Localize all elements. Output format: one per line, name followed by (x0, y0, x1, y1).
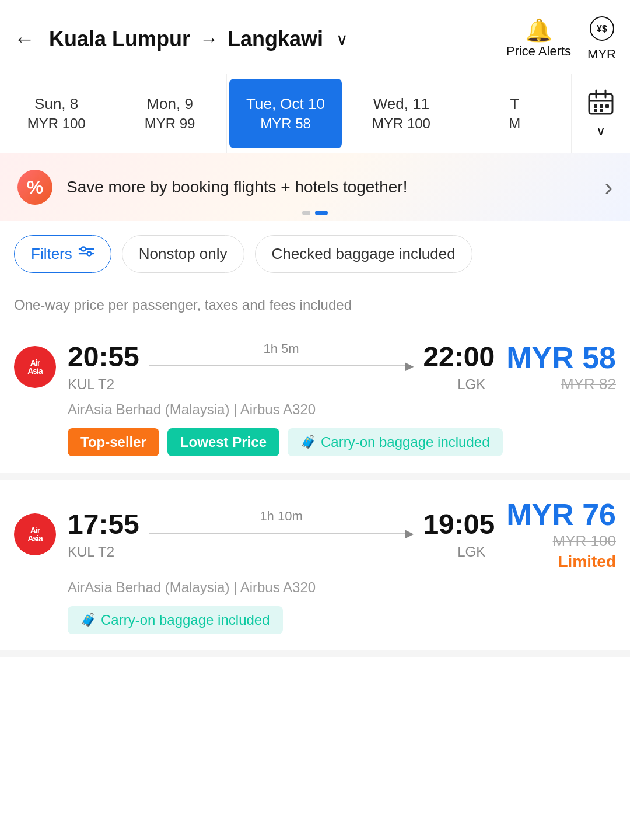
date-selector: Sun, 8 MYR 100 Mon, 9 MYR 99 Tue, Oct 10… (0, 74, 630, 153)
flight-times-row-1: 20:55 1h 5m ▶ 22:00 (68, 341, 495, 373)
date-price-sun8: MYR 100 (27, 116, 86, 132)
duration-block-2: 1h 10m ▶ (149, 509, 414, 540)
date-item-wed11[interactable]: Wed, 11 MYR 100 (345, 74, 458, 153)
filters-button[interactable]: Filters (14, 235, 111, 273)
date-item-sun8[interactable]: Sun, 8 MYR 100 (0, 74, 113, 153)
origin-label: Kuala Lumpur (49, 27, 190, 51)
header: ← Kuala Lumpur → Langkawi ∨ 🔔 Price Aler… (0, 0, 630, 74)
arrive-time-2: 19:05 (423, 508, 495, 540)
currency-label: MYR (587, 47, 616, 62)
duration-line-1: ▶ (149, 359, 414, 373)
date-price-thu: M (509, 116, 520, 132)
back-button[interactable]: ← (14, 29, 35, 50)
flight-info-1: AirAsia Berhad (Malaysia) | Airbus A320 (14, 401, 616, 418)
baggage-icon-2: 🧳 (80, 612, 96, 628)
promo-dot-1 (302, 211, 310, 215)
baggage-tag-1: 🧳 Carry-on baggage included (288, 428, 503, 456)
baggage-icon-1: 🧳 (300, 435, 316, 450)
dest-airport-2: LGK (457, 544, 495, 560)
date-item-thu[interactable]: T M (459, 74, 572, 153)
svg-rect-7 (600, 104, 603, 108)
price-original-2: MYR 100 (506, 532, 616, 550)
duration-line-bar-2 (149, 533, 408, 534)
duration-text-1: 1h 5m (264, 341, 299, 356)
bell-icon: 🔔 (525, 19, 552, 41)
promo-text: Save more by booking flights + hotels to… (66, 178, 605, 197)
date-price-wed11: MYR 100 (372, 116, 430, 132)
route-title: Kuala Lumpur → Langkawi ∨ (49, 27, 506, 51)
lowest-price-tag-1: Lowest Price (167, 428, 279, 456)
origin-airport-1: KUL T2 (68, 376, 114, 393)
header-actions: 🔔 Price Alerts ¥$ MYR (506, 16, 616, 62)
currency-button[interactable]: ¥$ MYR (587, 16, 616, 62)
flight-info-2: AirAsia Berhad (Malaysia) | Airbus A320 (14, 579, 616, 596)
currency-icon: ¥$ (590, 16, 614, 44)
flight-main-row-1: AirAsia 20:55 1h 5m ▶ 22:00 KUL T2 LGK (14, 340, 616, 393)
baggage-label-2: Carry-on baggage included (101, 612, 270, 628)
date-price-mon9: MYR 99 (145, 116, 195, 132)
calendar-icon (587, 88, 615, 121)
depart-time-1: 20:55 (68, 341, 139, 373)
flight-airports-1: KUL T2 LGK (68, 376, 495, 393)
svg-rect-10 (600, 109, 603, 112)
flight-tags-1: Top-seller Lowest Price 🧳 Carry-on bagga… (14, 428, 616, 456)
arrive-time-1: 22:00 (423, 341, 495, 373)
airline-logo-text-1: AirAsia (27, 359, 43, 375)
svg-point-14 (87, 251, 91, 256)
duration-line-2: ▶ (149, 526, 414, 540)
price-note-text: One-way price per passenger, taxes and f… (14, 297, 352, 313)
price-original-1: MYR 82 (506, 375, 616, 393)
calendar-button[interactable]: ∨ (572, 74, 630, 153)
svg-rect-6 (594, 104, 597, 108)
nonstop-filter-label: Nonstop only (139, 245, 228, 263)
promo-banner[interactable]: % Save more by booking flights + hotels … (0, 153, 630, 221)
flight-price-2: MYR 76 MYR 100 Limited (506, 497, 616, 571)
date-price-tue10: MYR 58 (260, 116, 311, 132)
topseller-tag-1: Top-seller (68, 428, 159, 456)
airline-logo-2: AirAsia (14, 513, 56, 555)
flight-card-1[interactable]: AirAsia 20:55 1h 5m ▶ 22:00 KUL T2 LGK (0, 323, 630, 480)
svg-text:¥$: ¥$ (597, 24, 607, 34)
svg-rect-9 (594, 109, 597, 112)
depart-time-2: 17:55 (68, 508, 139, 540)
duration-arrow-icon-1: ▶ (405, 359, 414, 373)
price-alerts-button[interactable]: 🔔 Price Alerts (506, 19, 571, 59)
baggage-label-1: Carry-on baggage included (321, 434, 490, 450)
destination-label: Langkawi (228, 27, 323, 51)
destination-chevron-icon[interactable]: ∨ (336, 30, 348, 49)
flight-times-row-2: 17:55 1h 10m ▶ 19:05 (68, 508, 495, 540)
duration-block-1: 1h 5m ▶ (149, 341, 414, 373)
promo-discount-icon: % (18, 170, 52, 205)
filters-row: Filters Nonstop only Checked baggage inc… (0, 221, 630, 285)
price-note: One-way price per passenger, taxes and f… (0, 285, 630, 323)
duration-line-bar-1 (149, 365, 408, 366)
flight-times-1: 20:55 1h 5m ▶ 22:00 KUL T2 LGK (68, 341, 495, 393)
filter-sliders-icon (78, 246, 94, 263)
price-current-2: MYR 76 (506, 497, 616, 532)
date-item-mon9[interactable]: Mon, 9 MYR 99 (113, 74, 226, 153)
promo-dots (302, 211, 328, 215)
origin-airport-2: KUL T2 (68, 544, 114, 560)
flight-card-2[interactable]: AirAsia 17:55 1h 10m ▶ 19:05 KUL T2 LGK (0, 480, 630, 657)
flight-airports-2: KUL T2 LGK (68, 544, 495, 560)
price-current-1: MYR 58 (506, 340, 616, 375)
promo-arrow-icon: › (605, 174, 612, 201)
airline-logo-1: AirAsia (14, 346, 56, 388)
nonstop-filter-button[interactable]: Nonstop only (122, 235, 244, 273)
baggage-tag-2: 🧳 Carry-on baggage included (68, 606, 283, 634)
dest-airport-1: LGK (457, 376, 495, 393)
limited-label-2: Limited (506, 552, 616, 571)
baggage-filter-button[interactable]: Checked baggage included (255, 235, 473, 273)
airline-logo-text-2: AirAsia (27, 526, 43, 542)
date-day-thu: T (510, 95, 519, 113)
date-day-mon9: Mon, 9 (146, 95, 193, 113)
flight-times-2: 17:55 1h 10m ▶ 19:05 KUL T2 LGK (68, 508, 495, 560)
promo-dot-2 (315, 211, 328, 215)
flight-main-row-2: AirAsia 17:55 1h 10m ▶ 19:05 KUL T2 LGK (14, 497, 616, 571)
flight-price-1: MYR 58 MYR 82 (506, 340, 616, 393)
date-day-sun8: Sun, 8 (34, 95, 78, 113)
date-item-tue10[interactable]: Tue, Oct 10 MYR 58 (229, 79, 342, 148)
duration-arrow-icon-2: ▶ (405, 526, 414, 540)
baggage-filter-label: Checked baggage included (272, 245, 456, 263)
svg-point-13 (81, 247, 85, 251)
